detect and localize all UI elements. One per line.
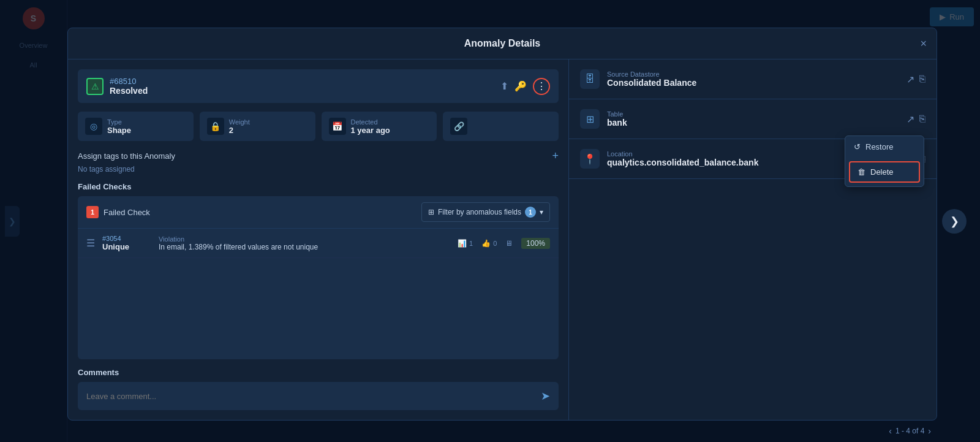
database-icon: 🗄 [585, 74, 595, 85]
comments-title: Comments [78, 368, 559, 377]
datastore-actions: ↗ ⎘ [907, 74, 925, 85]
violation-label: Violation [159, 235, 318, 243]
failed-checks-table: 1 Failed Check ⊞ Filter by anomalous fie… [78, 196, 559, 359]
comments-input[interactable] [86, 392, 536, 401]
share-button[interactable]: ⬆ [500, 80, 508, 92]
delete-menu-item[interactable]: 🗑 Delete [849, 161, 920, 183]
check-id-name: #3054 Unique [102, 235, 151, 251]
metric-type-info: Type Shape [107, 118, 131, 135]
warning-triangle-icon: ⚠ [91, 82, 99, 91]
metric-type: ◎ Type Shape [78, 112, 194, 141]
detected-value: 1 year ago [351, 126, 390, 135]
filter-count-badge: 1 [525, 207, 536, 218]
check-metrics: 📊 1 👍 0 🖥 100% [458, 238, 550, 249]
detected-icon: 📅 [329, 118, 346, 135]
anomaly-details-modal: Anomaly Details × ⚠ #68510 Resolved ⬆ 🔑 … [67, 28, 937, 421]
link-icon: 🔗 [450, 118, 467, 135]
datastore-external-link-button[interactable]: ↗ [907, 74, 914, 85]
tags-header: Assign tags to this Anomaly + [78, 150, 559, 162]
anomaly-actions: ⬆ 🔑 ⋮ [500, 78, 550, 95]
next-anomaly-button[interactable]: ❯ [942, 209, 967, 234]
failed-checks-section: Failed Checks 1 Failed Check ⊞ Filter by… [78, 182, 559, 359]
datastore-value: Consolidated Balance [607, 78, 899, 88]
type-label: Type [107, 118, 131, 126]
dropdown-menu: ↺ Restore 🗑 Delete [845, 135, 924, 187]
comments-input-wrap: ➤ [78, 382, 559, 410]
check-type-icon: ☰ [86, 237, 95, 249]
table-value: bank [607, 118, 899, 128]
comments-section: Comments ➤ [78, 368, 559, 410]
close-button[interactable]: × [920, 38, 927, 49]
pagination-text: 1 - 4 of 4 [895, 427, 924, 435]
check-row: ☰ #3054 Unique Violation In email, 1.389… [78, 229, 559, 258]
anomaly-id-status: #68510 Resolved [110, 77, 494, 96]
pagination-prev-button[interactable]: ‹ [889, 426, 892, 436]
check-violation: Violation In email, 1.389% of filtered v… [159, 235, 318, 251]
detected-label: Detected [351, 118, 390, 126]
table-icon: ⊞ [580, 109, 600, 129]
modal-left-panel: ⚠ #68510 Resolved ⬆ 🔑 ⋮ ↺ Restore [68, 59, 569, 420]
type-value: Shape [107, 126, 131, 135]
datastore-content: Source Datastore Consolidated Balance [607, 70, 899, 88]
pagination-next-button[interactable]: › [928, 426, 931, 436]
monitor-icon: 🖥 [505, 239, 513, 248]
violation-text: In email, 1.389% of filtered values are … [159, 243, 318, 251]
type-icon: ◎ [85, 118, 102, 135]
send-comment-button[interactable]: ➤ [541, 389, 550, 403]
filter-anomalous-fields-button[interactable]: ⊞ Filter by anomalous fields 1 ▾ [421, 202, 550, 222]
bar-chart-icon: 📊 [458, 239, 467, 248]
delete-icon: 🗑 [858, 167, 865, 177]
metrics-row: ◎ Type Shape 🔒 Weight 2 📅 D [78, 112, 559, 141]
add-tag-button[interactable]: + [552, 150, 559, 162]
failed-check-label-wrap: 1 Failed Check [86, 206, 150, 218]
tags-empty-text: No tags assigned [78, 165, 559, 173]
more-options-button[interactable]: ⋮ [533, 78, 550, 95]
pin-icon: 📍 [584, 153, 596, 165]
restore-icon: ↺ [854, 142, 861, 151]
failed-checks-header: 1 Failed Check ⊞ Filter by anomalous fie… [78, 196, 559, 229]
datastore-label: Source Datastore [607, 70, 899, 78]
tags-title: Assign tags to this Anomaly [78, 151, 175, 161]
metric-extra: 🔗 [443, 112, 559, 141]
metric-weight: 🔒 Weight 2 [200, 112, 315, 141]
modal-body: ⚠ #68510 Resolved ⬆ 🔑 ⋮ ↺ Restore [68, 59, 937, 420]
anomaly-header-card: ⚠ #68510 Resolved ⬆ 🔑 ⋮ [78, 69, 559, 103]
check-name: Unique [102, 242, 151, 251]
datastore-icon: 🗄 [580, 69, 600, 89]
metric-detected: 📅 Detected 1 year ago [322, 112, 437, 141]
table-content: Table bank [607, 110, 899, 128]
table-copy-button[interactable]: ⎘ [919, 113, 925, 125]
source-datastore-item: 🗄 Source Datastore Consolidated Balance … [569, 59, 937, 99]
anomaly-id: #68510 [110, 77, 494, 86]
grid-icon: ⊞ [586, 113, 594, 125]
anomaly-warning-icon: ⚠ [86, 78, 104, 95]
key-button[interactable]: 🔑 [514, 80, 527, 92]
check-score-badge: 100% [521, 238, 550, 249]
restore-menu-item[interactable]: ↺ Restore [845, 136, 924, 158]
metric-weight-info: Weight 2 [229, 118, 250, 135]
check-metric-3: 🖥 [505, 239, 513, 248]
table-label: Table [607, 110, 899, 118]
chevron-right-icon: ❯ [950, 215, 959, 228]
datastore-copy-button[interactable]: ⎘ [919, 74, 925, 85]
check-metric-2: 👍 0 [481, 239, 497, 248]
tags-section: Assign tags to this Anomaly + No tags as… [78, 150, 559, 173]
metric-detected-info: Detected 1 year ago [351, 118, 390, 135]
table-external-link-button[interactable]: ↗ [907, 113, 914, 125]
filter-columns-icon: ⊞ [428, 208, 434, 216]
table-actions: ↗ ⎘ [907, 113, 925, 125]
modal-title: Anomaly Details [464, 38, 540, 49]
modal-header: Anomaly Details × [68, 28, 937, 59]
weight-value: 2 [229, 126, 250, 135]
metric-count-2: 0 [493, 240, 497, 247]
thumbsup-icon: 👍 [481, 239, 491, 248]
anomaly-status: Resolved [110, 86, 494, 96]
check-id: #3054 [102, 235, 151, 242]
table-item: ⊞ Table bank ↗ ⎘ [569, 99, 937, 139]
weight-icon: 🔒 [207, 118, 224, 135]
metric-count-1: 1 [469, 240, 473, 247]
check-metric-1: 📊 1 [458, 239, 473, 248]
failed-check-column-label: Failed Check [104, 208, 150, 217]
modal-right-panel: 🗄 Source Datastore Consolidated Balance … [569, 59, 937, 420]
location-icon: 📍 [580, 149, 600, 169]
